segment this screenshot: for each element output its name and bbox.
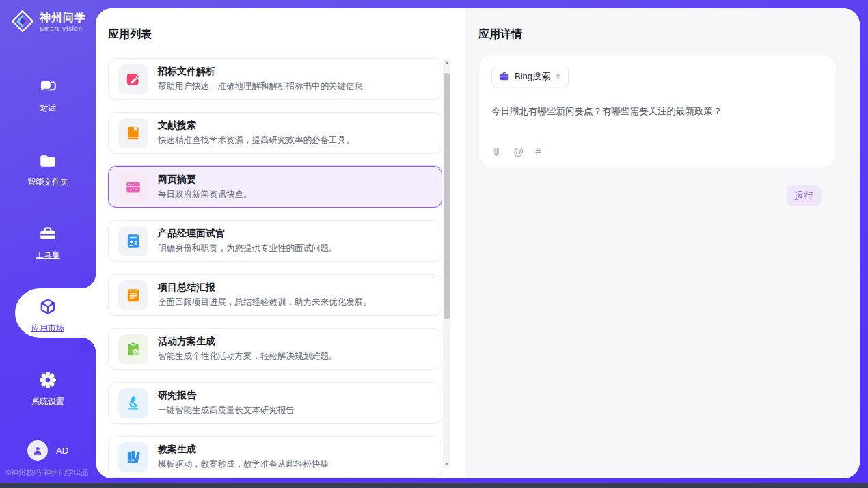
app-detail-panel: 应用详情 Bing搜索 × 今日湖北有哪些新闻要点？有哪些需要关注的最新政策？ … <box>465 8 860 478</box>
app-card-project-summary[interactable]: 项目总结汇报 全面回顾项目进展，总结经验教训，助力未来优化发展。 <box>108 274 442 316</box>
app-card-lesson-plan[interactable]: 教案生成 模板驱动，教案秒成，教学准备从此轻松快捷 <box>108 436 442 478</box>
app-card-pm-interviewer[interactable]: 产品经理面试官 明确身份和职责，为您提供专业性的面试问题。 <box>108 220 442 262</box>
app-card-event-plan[interactable]: 活动方案生成 智能生成个性化活动方案，轻松解决规划难题。 <box>108 328 442 370</box>
app-list-panel: 应用列表 招标文件解析 帮助用户快速、准确地理解和解析招标书中的关键信息 <box>96 8 465 478</box>
scrollbar-thumb[interactable] <box>444 73 450 319</box>
tool-tag-label: Bing搜索 <box>515 70 550 83</box>
sidebar: 神州问学 Smart Vision 对话 智能文件夹 工具集 <box>0 0 96 483</box>
brand-subtitle: Smart Vision <box>40 25 86 32</box>
main-content: 应用列表 招标文件解析 帮助用户快速、准确地理解和解析招标书中的关键信息 <box>96 8 860 478</box>
app-list-title: 应用列表 <box>96 8 465 42</box>
paperclip-icon[interactable] <box>491 146 502 157</box>
copyright-footer: ©神州数码·神州问学出品 <box>5 467 96 478</box>
app-card-research-report[interactable]: 研究报告 一键智能生成高质量长文本研究报告 <box>108 382 442 424</box>
attachment-toolbar: @ # <box>491 146 541 157</box>
run-button[interactable]: 运行 <box>787 185 821 206</box>
svg-text:</>: </> <box>130 187 137 191</box>
app-desc: 全面回顾项目进展，总结经验教训，助力未来优化发展。 <box>158 297 372 308</box>
app-desc: 一键智能生成高质量长文本研究报告 <box>158 405 295 416</box>
app-card-bid-parse[interactable]: 招标文件解析 帮助用户快速、准确地理解和解析招标书中的关键信息 <box>108 58 442 100</box>
sidebar-item-label: 应用市场 <box>31 323 64 333</box>
app-name: 文献搜索 <box>158 120 355 132</box>
app-name: 网页摘要 <box>158 174 252 186</box>
app-name: 教案生成 <box>158 444 329 456</box>
prompt-card: Bing搜索 × 今日湖北有哪些新闻要点？有哪些需要关注的最新政策？ @ # <box>480 55 835 167</box>
app-desc: 模板驱动，教案秒成，教学准备从此轻松快捷 <box>158 459 329 470</box>
sidebar-item-settings[interactable]: 系统设置 <box>0 370 96 407</box>
notepad-icon <box>118 280 148 310</box>
app-name: 项目总结汇报 <box>158 282 372 294</box>
diamond-logo-icon <box>11 10 34 33</box>
app-desc: 每日政府新闻资讯快查。 <box>158 189 252 200</box>
app-name: 研究报告 <box>158 390 295 402</box>
sidebar-item-app-market[interactable]: 应用市场 <box>0 297 96 334</box>
interview-icon <box>118 226 148 256</box>
user-account[interactable]: AD <box>0 440 96 461</box>
app-desc: 明确身份和职责，为您提供专业性的面试问题。 <box>158 243 338 254</box>
list-scrollbar[interactable]: ▲ ▼ <box>443 58 450 468</box>
scroll-up-arrow-icon[interactable]: ▲ <box>443 58 450 66</box>
query-text[interactable]: 今日湖北有哪些新闻要点？有哪些需要关注的最新政策？ <box>491 105 824 118</box>
brand-name: 神州问学 <box>40 11 86 25</box>
bottom-bar <box>0 483 868 488</box>
app-name: 招标文件解析 <box>158 66 363 78</box>
avatar <box>27 440 48 461</box>
app-card-list: 招标文件解析 帮助用户快速、准确地理解和解析招标书中的关键信息 文献搜索 快速精… <box>108 58 442 478</box>
sidebar-item-toolset[interactable]: 工具集 <box>0 223 96 261</box>
gear-icon <box>38 370 58 390</box>
app-detail-title: 应用详情 <box>465 8 860 42</box>
app-name: 活动方案生成 <box>158 336 338 348</box>
sidebar-item-label: 对话 <box>40 103 56 113</box>
close-icon[interactable]: × <box>555 72 561 81</box>
books-icon <box>118 442 148 472</box>
app-name: 产品经理面试官 <box>158 228 338 240</box>
app-card-web-summary[interactable]: </> 网页摘要 每日政府新闻资讯快查。 <box>108 166 442 208</box>
book-icon <box>118 118 148 148</box>
clipboard-icon <box>118 334 148 364</box>
cube-icon <box>38 297 58 317</box>
chat-icon <box>38 77 58 97</box>
browser-icon: </> <box>118 172 148 202</box>
sidebar-item-smart-folder[interactable]: 智能文件夹 <box>0 150 96 188</box>
sidebar-item-label: 工具集 <box>36 250 60 260</box>
briefcase-icon <box>499 71 510 82</box>
toolbox-icon <box>38 223 58 244</box>
hash-icon[interactable]: # <box>535 146 541 157</box>
sidebar-item-label: 智能文件夹 <box>27 177 68 187</box>
person-icon <box>31 444 44 457</box>
folder-icon <box>38 150 58 171</box>
user-name: AD <box>56 446 68 456</box>
edit-doc-icon <box>118 64 148 94</box>
sidebar-item-label: 系统设置 <box>31 396 64 406</box>
sidebar-item-chat[interactable]: 对话 <box>0 77 96 114</box>
brand-logo: 神州问学 Smart Vision <box>0 0 96 33</box>
app-desc: 快速精准查找学术资源，提高研究效率的必备工具。 <box>158 135 355 146</box>
scroll-down-arrow-icon[interactable]: ▼ <box>443 460 450 468</box>
microscope-icon <box>118 388 148 418</box>
at-icon[interactable]: @ <box>513 146 524 157</box>
app-card-literature-search[interactable]: 文献搜索 快速精准查找学术资源，提高研究效率的必备工具。 <box>108 112 442 154</box>
tool-tag-bing-search[interactable]: Bing搜索 × <box>491 66 569 87</box>
app-desc: 智能生成个性化活动方案，轻松解决规划难题。 <box>158 351 338 362</box>
app-desc: 帮助用户快速、准确地理解和解析招标书中的关键信息 <box>158 81 363 92</box>
